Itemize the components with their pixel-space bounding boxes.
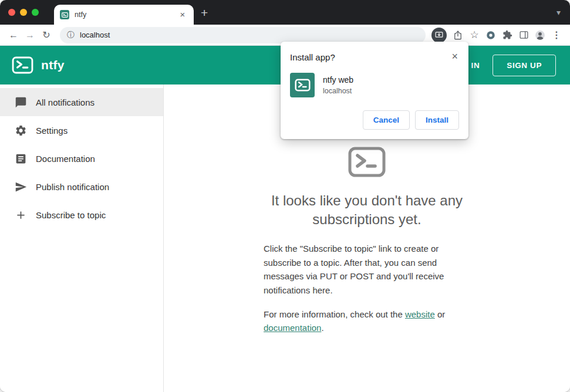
empty-state-heading: It looks like you don't have any subscri… (241, 191, 493, 229)
sidebar-item-documentation[interactable]: Documentation (0, 144, 163, 173)
zoom-window-button[interactable] (32, 9, 39, 16)
sidebar-item-label: Subscribe to topic (36, 210, 106, 220)
menu-dots-icon[interactable]: ⋮ (549, 28, 564, 43)
empty-state-paragraph-2: For more information, check out the webs… (264, 307, 470, 335)
bookmark-star-icon[interactable]: ☆ (467, 28, 482, 43)
back-icon[interactable]: ← (6, 30, 21, 40)
profile-avatar-icon[interactable] (532, 28, 548, 43)
address-text: localhost (80, 31, 110, 39)
sidebar-item-publish-notification[interactable]: Publish notification (0, 173, 163, 201)
ntfy-logo-icon (12, 56, 33, 74)
install-button[interactable]: Install (415, 110, 459, 130)
side-panel-icon[interactable] (516, 28, 531, 43)
sidebar-item-settings[interactable]: Settings (0, 116, 163, 144)
website-link[interactable]: website (405, 309, 435, 319)
documentation-link[interactable]: documentation (264, 323, 321, 333)
sidebar-item-label: Publish notification (36, 182, 109, 192)
new-tab-button[interactable]: + (201, 6, 208, 19)
empty-state-paragraph: Click the "Subscribe to topic" link to c… (264, 242, 470, 298)
dialog-app-origin: localhost (323, 87, 353, 95)
minimize-window-button[interactable] (20, 9, 27, 16)
cancel-button[interactable]: Cancel (363, 110, 410, 130)
install-app-dialog: Install app? × ntfy web localhost Cancel… (281, 42, 468, 139)
sidebar-item-label: Settings (36, 126, 68, 136)
plus-icon (14, 209, 27, 221)
sidebar-item-all-notifications[interactable]: All notifications (0, 88, 163, 116)
sidebar: All notifications Settings Documentation… (0, 85, 164, 392)
dialog-app-name: ntfy web (323, 75, 353, 85)
browser-tab-ntfy[interactable]: ntfy × (54, 5, 194, 25)
reload-icon[interactable]: ↻ (39, 29, 54, 40)
dialog-title: Install app? (290, 51, 450, 62)
window-controls (8, 9, 39, 16)
ntfy-app-icon (290, 73, 315, 97)
gear-icon (14, 124, 27, 137)
brand-name: ntfy (41, 58, 65, 72)
tab-close-icon[interactable]: × (177, 9, 188, 20)
sign-up-button[interactable]: SIGN UP (493, 55, 556, 76)
text-suffix: . (321, 323, 323, 333)
chat-bubble-icon (14, 96, 27, 109)
send-icon (14, 181, 27, 193)
share-icon[interactable] (450, 28, 466, 43)
site-info-icon[interactable]: ⓘ (67, 30, 75, 40)
text-middle: or (435, 309, 446, 319)
sidebar-item-label: All notifications (36, 97, 95, 107)
tab-title: ntfy (75, 11, 177, 19)
close-window-button[interactable] (8, 9, 15, 16)
empty-state-text: Click the "Subscribe to topic" link to c… (264, 242, 470, 345)
article-icon (14, 153, 27, 165)
forward-icon[interactable]: → (22, 30, 38, 40)
ntfy-favicon-icon (60, 10, 69, 19)
text-prefix: For more information, check out the (264, 309, 405, 319)
sidebar-item-subscribe-to-topic[interactable]: Subscribe to topic (0, 201, 163, 229)
dialog-close-icon[interactable]: × (450, 51, 459, 62)
extension-icon[interactable] (483, 28, 498, 43)
install-pwa-icon[interactable] (431, 28, 447, 43)
extensions-puzzle-icon[interactable] (500, 28, 515, 43)
sidebar-item-label: Documentation (36, 154, 95, 164)
tab-strip: ntfy × + ▾ (0, 0, 570, 25)
ntfy-terminal-icon (348, 147, 386, 180)
tab-search-chevron-icon[interactable]: ▾ (556, 8, 561, 17)
address-bar[interactable]: ⓘ localhost (60, 27, 426, 43)
browser-window: ntfy × + ▾ ← → ↻ ⓘ localhost ☆ (0, 0, 570, 392)
